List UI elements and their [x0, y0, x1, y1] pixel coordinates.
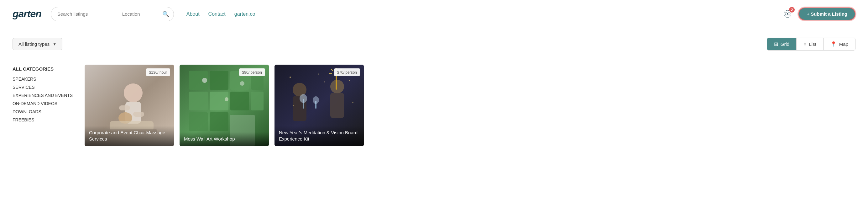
grid-icon: ⊞	[774, 41, 778, 47]
grid-label: Grid	[781, 41, 789, 47]
submit-listing-button[interactable]: + Submit a Listing	[799, 7, 856, 20]
grid-view-button[interactable]: ⊞ Grid	[767, 38, 797, 50]
search-button[interactable]: 🔍	[158, 11, 174, 18]
sidebar-item-freebies[interactable]: FREEBIES	[12, 116, 78, 124]
sidebar-item-on-demand[interactable]: ON-DEMAND VIDEOS	[12, 100, 78, 108]
list-icon: ≡	[803, 41, 806, 47]
sidebar-item-downloads[interactable]: DOWNLOADS	[12, 108, 78, 116]
location-input[interactable]	[117, 11, 158, 17]
nav-about[interactable]: About	[186, 11, 199, 17]
listings-grid: $136/ hour Corporate and Event Chair Mas…	[85, 65, 856, 146]
svg-rect-27	[330, 93, 344, 118]
svg-rect-13	[189, 92, 208, 110]
svg-rect-4	[133, 112, 144, 117]
svg-point-41	[318, 74, 319, 75]
svg-rect-15	[230, 92, 249, 110]
notification-badge: 2	[789, 7, 795, 12]
chevron-down-icon: ▼	[53, 42, 56, 47]
listing-title-massage: Corporate and Event Chair Massage Servic…	[85, 126, 174, 146]
listing-price-moss: $90/ person	[239, 68, 265, 76]
svg-point-19	[202, 78, 207, 83]
sidebar-item-speakers[interactable]: SPEAKERS	[12, 75, 78, 83]
map-view-button[interactable]: 📍 Map	[824, 38, 855, 50]
user-icon-wrapper: ♾ 2	[783, 8, 792, 20]
svg-point-43	[293, 105, 294, 106]
search-bar: 🔍	[51, 7, 174, 21]
list-label: List	[809, 41, 816, 47]
nav-garten-co[interactable]: garten.co	[235, 11, 255, 17]
listing-type-label: All listing types	[19, 41, 50, 47]
svg-point-38	[313, 96, 319, 104]
svg-rect-17	[189, 112, 208, 131]
listing-price-meditation: $70/ person	[334, 68, 360, 76]
sidebar-item-all-categories[interactable]: ALL CATEGORIES	[12, 65, 78, 73]
map-label: Map	[839, 41, 848, 47]
content-divider	[12, 57, 856, 57]
filter-row: All listing types ▼ ⊞ Grid ≡ List 📍 Map	[12, 38, 856, 51]
svg-rect-16	[251, 92, 264, 110]
listing-title-moss: Moss Wall Art Workshop	[180, 132, 269, 146]
view-toggle: ⊞ Grid ≡ List 📍 Map	[767, 38, 856, 51]
svg-rect-3	[119, 105, 130, 110]
listing-title-meditation: New Year's Meditation & Vision Board Exp…	[275, 126, 364, 146]
list-view-button[interactable]: ≡ List	[797, 38, 824, 50]
sidebar-item-experiences[interactable]: EXPERIENCES AND EVENTS	[12, 91, 78, 100]
listing-type-dropdown[interactable]: All listing types ▼	[12, 38, 62, 50]
content-area: ALL CATEGORIES SPEAKERS SERVICES EXPERIE…	[12, 65, 856, 146]
listing-card-meditation[interactable]: $70/ person New Year's Meditation & Visi…	[275, 65, 364, 146]
search-input[interactable]	[51, 11, 117, 17]
svg-point-1	[124, 83, 143, 102]
svg-rect-18	[210, 112, 228, 131]
listing-price-massage: $136/ hour	[146, 68, 170, 76]
svg-point-44	[352, 102, 353, 103]
site-header: garten 🔍 About Contact garten.co ♾ 2 + S…	[0, 0, 868, 28]
svg-point-20	[225, 97, 228, 101]
sidebar-item-services[interactable]: SERVICES	[12, 83, 78, 91]
site-logo[interactable]: garten	[12, 8, 41, 20]
listing-card-moss[interactable]: $90/ person Moss Wall Art Workshop	[180, 65, 269, 146]
svg-point-42	[324, 82, 325, 83]
main-nav: About Contact garten.co	[186, 11, 255, 17]
svg-point-21	[240, 81, 244, 86]
svg-point-39	[289, 77, 291, 78]
svg-point-36	[300, 94, 307, 103]
svg-point-26	[330, 80, 344, 93]
svg-point-40	[349, 80, 350, 81]
svg-rect-28	[336, 74, 337, 90]
category-sidebar: ALL CATEGORIES SPEAKERS SERVICES EXPERIE…	[12, 65, 85, 146]
listing-card-massage[interactable]: $136/ hour Corporate and Event Chair Mas…	[85, 65, 174, 146]
svg-rect-14	[210, 92, 228, 110]
map-icon: 📍	[830, 41, 837, 47]
svg-rect-10	[210, 71, 228, 90]
main-content: All listing types ▼ ⊞ Grid ≡ List 📍 Map …	[0, 28, 868, 146]
nav-contact[interactable]: Contact	[208, 11, 226, 17]
